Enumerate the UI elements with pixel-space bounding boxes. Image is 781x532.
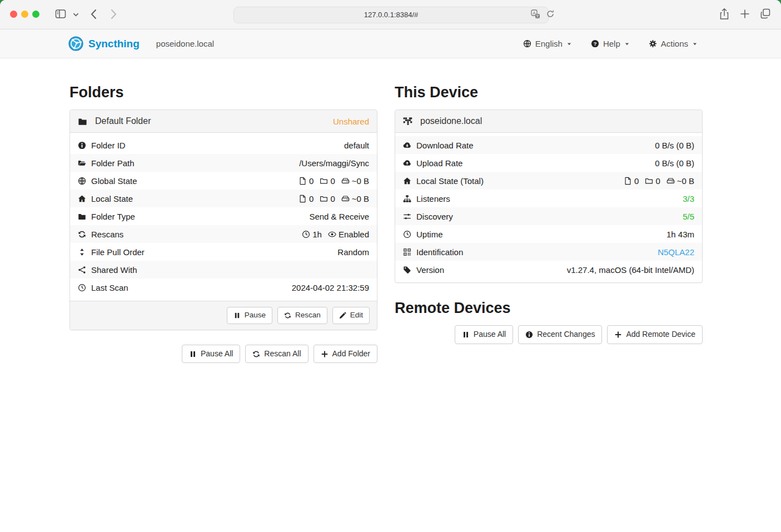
row-value: v1.27.4, macOS (64-bit Intel/AMD) [567, 265, 694, 275]
button-label: Pause All [474, 329, 506, 340]
button-label: Rescan [295, 310, 321, 321]
button-label: Pause [245, 310, 266, 321]
row-value-part: Enabled [339, 230, 369, 239]
menu-label: English [535, 39, 563, 48]
new-tab-icon[interactable] [740, 9, 750, 19]
row-label: Version [416, 265, 444, 275]
row-label: Discovery [416, 212, 453, 221]
globe-icon [523, 39, 531, 48]
folder-status-badge: Unshared [333, 117, 369, 126]
svg-text:A: A [533, 11, 535, 16]
row-value: default [344, 141, 369, 150]
detail-row-folder-id: Folder IDdefault [70, 136, 377, 154]
add-folder-button[interactable]: Add Folder [314, 345, 377, 364]
brand-label: Syncthing [88, 38, 140, 50]
detail-row-folder-path: Folder Path/Users/maggi/Sync [70, 154, 377, 172]
pause-all-button[interactable]: Pause All [455, 325, 513, 344]
menu-actions[interactable]: Actions [649, 39, 698, 48]
svg-text:文: 文 [536, 14, 540, 18]
file-o-icon [299, 177, 307, 185]
recent-changes-button[interactable]: Recent Changes [518, 325, 602, 344]
remote-devices-heading: Remote Devices [395, 300, 703, 317]
pause-icon [233, 312, 241, 319]
qrcode-icon [403, 248, 411, 256]
this-device-panel-header[interactable]: poseidone.local [395, 110, 702, 133]
detail-row-discovery: Discovery5/5 [395, 207, 702, 225]
detail-row-last-scan: Last Scan2024-04-02 21:32:59 [70, 279, 377, 296]
state-files: 0 [634, 176, 639, 186]
folder-title: Default Folder [95, 116, 151, 126]
navbar-device-name: poseidone.local [156, 39, 214, 48]
row-label: Last Scan [91, 283, 128, 292]
folder-open-icon [78, 159, 86, 167]
share-icon [78, 266, 86, 274]
edit-button[interactable]: Edit [332, 307, 370, 324]
row-value: 1h 43m [666, 230, 694, 239]
folder-panel-footer: PauseRescanEdit [70, 301, 377, 330]
button-label: Recent Changes [537, 329, 595, 340]
folder-panel-header[interactable]: Default Folder Unshared [70, 110, 377, 133]
button-label: Edit [350, 310, 363, 321]
clock-icon [302, 230, 310, 238]
state-folders: 0 [330, 176, 335, 186]
folders-column: Folders Default Folder Unshared Folder I… [69, 84, 377, 363]
button-label: Pause All [201, 349, 233, 360]
close-window-button[interactable] [10, 11, 17, 18]
tab-overview-icon[interactable] [760, 8, 771, 19]
menu-help[interactable]: ?Help [591, 39, 630, 48]
syncthing-logo-icon [68, 36, 83, 51]
file-o-icon [624, 177, 632, 185]
chevron-down-icon[interactable] [73, 12, 79, 18]
reload-icon[interactable] [546, 9, 555, 21]
row-label: Shared With [91, 265, 137, 275]
row-value: 2024-04-02 21:32:59 [292, 283, 369, 292]
sidebar-toggle-icon[interactable] [54, 8, 67, 20]
share-icon[interactable] [719, 8, 729, 21]
row-label: File Pull Order [91, 247, 145, 257]
rescan-button[interactable]: Rescan [277, 307, 327, 324]
this-device-title: poseidone.local [420, 116, 482, 126]
rescan-all-button[interactable]: Rescan All [245, 345, 308, 364]
minimize-window-button[interactable] [21, 11, 28, 18]
state-files: 0 [309, 194, 314, 203]
row-label: Folder ID [91, 141, 126, 150]
row-value: Random [337, 247, 369, 257]
home-icon [78, 195, 86, 203]
row-label: Download Rate [416, 141, 474, 150]
sort-icon [78, 248, 86, 256]
browser-toolbar: 127.0.0.1:8384/# A文 [0, 0, 781, 29]
translate-icon[interactable]: A文 [531, 9, 540, 21]
pause-icon [462, 331, 470, 339]
forward-button[interactable] [110, 8, 117, 20]
pause-icon [189, 350, 197, 358]
plus-icon [321, 350, 329, 358]
syncthing-brand[interactable]: Syncthing [68, 36, 140, 51]
detail-row-rescans: Rescans1hEnabled [70, 225, 377, 243]
device-column: This Device poseidone.local Download Rat… [395, 84, 703, 363]
sliders-icon [403, 212, 411, 221]
caret-down-icon [566, 39, 572, 48]
add-remote-device-button[interactable]: Add Remote Device [607, 325, 703, 344]
detail-row-file-pull-order: File Pull OrderRandom [70, 243, 377, 261]
pause-all-button[interactable]: Pause All [182, 345, 240, 364]
plus-icon [614, 331, 622, 339]
row-value: 0 B/s (0 B) [655, 158, 694, 168]
menu-english[interactable]: English [523, 39, 572, 48]
row-value-link[interactable]: N5QLA22 [658, 247, 694, 257]
button-label: Add Remote Device [626, 329, 695, 340]
info-circle-icon [78, 141, 86, 150]
row-label: Global State [91, 176, 137, 186]
pause-button[interactable]: Pause [227, 307, 272, 324]
detail-row-uptime: Uptime1h 43m [395, 225, 702, 243]
row-label: Local State (Total) [416, 176, 484, 186]
back-button[interactable] [90, 8, 97, 20]
clock-icon [78, 284, 86, 292]
file-o-icon [299, 195, 307, 203]
button-label: Rescan All [264, 349, 301, 360]
eye-icon [328, 230, 336, 238]
detail-row-version: Versionv1.27.4, macOS (64-bit Intel/AMD) [395, 261, 702, 279]
address-bar[interactable]: 127.0.0.1:8384/# [233, 7, 549, 23]
folder-panel: Default Folder Unshared Folder IDdefault… [69, 110, 377, 330]
zoom-window-button[interactable] [32, 11, 39, 18]
detail-row-local-state-total: Local State (Total)00~0 B [395, 172, 702, 190]
